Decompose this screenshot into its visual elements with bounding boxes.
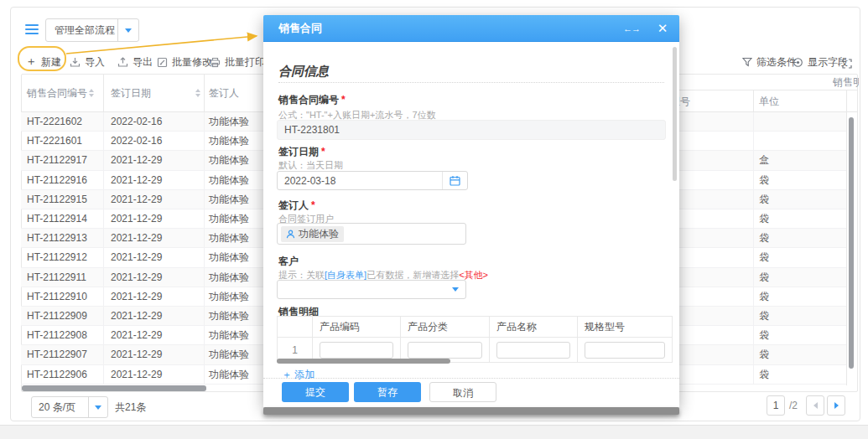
- required-asterisk: *: [311, 199, 315, 211]
- field-label-customer: 客户: [278, 255, 299, 269]
- filter-button[interactable]: 筛选条件: [742, 52, 797, 72]
- page-total: /2: [789, 395, 798, 416]
- cell-contract-no: HT-21122909: [27, 307, 87, 325]
- form-link[interactable]: [自身表单]: [325, 270, 366, 280]
- cell-contract-no: HT-21122914: [27, 209, 87, 228]
- divider: [753, 112, 754, 385]
- close-icon[interactable]: ✕: [654, 15, 671, 42]
- calendar-icon[interactable]: [443, 175, 467, 186]
- detail-table-header: 产品编码 产品分类 产品名称 规格型号: [278, 317, 672, 338]
- divider: [846, 90, 847, 385]
- divider: [103, 112, 104, 385]
- sort-icon[interactable]: [195, 89, 200, 97]
- batch-print-button[interactable]: 批量打印: [210, 52, 265, 72]
- cell-unit: 袋: [759, 190, 769, 209]
- fullscreen-icon[interactable]: [842, 54, 852, 74]
- cell-sign-date: 2021-12-29: [111, 171, 162, 189]
- signer-tag[interactable]: 功能体验: [281, 226, 344, 242]
- cell-sign-date: 2021-12-29: [111, 326, 162, 344]
- column-header-contract-no[interactable]: 销售合同编号: [27, 74, 87, 112]
- detail-col-product-code: 产品编码: [313, 317, 401, 337]
- batch-edit-button[interactable]: 批量修改: [157, 52, 212, 72]
- chevron-left-icon: [813, 402, 818, 409]
- new-button[interactable]: ＋ 新建: [25, 52, 61, 72]
- detail-cell: [578, 338, 672, 362]
- column-header-sign-date[interactable]: 签订日期: [111, 74, 151, 112]
- sign-date-value: 2022-03-18: [278, 175, 442, 187]
- add-row-link[interactable]: ＋ 添加: [282, 368, 314, 382]
- current-page: 1: [773, 400, 779, 411]
- sign-date-input[interactable]: 2022-03-18: [277, 171, 468, 190]
- modal-vertical-scrollbar[interactable]: [673, 47, 677, 181]
- current-page-box[interactable]: 1: [767, 395, 785, 416]
- menu-icon[interactable]: [25, 24, 39, 35]
- cell-sign-date: 2021-12-29: [111, 248, 162, 266]
- cell-sign-date: 2021-12-29: [111, 209, 162, 228]
- contract-no-input: HT-2231801: [277, 120, 666, 140]
- show-fields-button[interactable]: 显示字段: [793, 52, 848, 72]
- cancel-button[interactable]: 取消: [429, 382, 496, 402]
- batch-print-label: 批量打印: [225, 55, 265, 70]
- divider: [88, 397, 89, 417]
- product-category-input[interactable]: [408, 342, 482, 359]
- divider: [753, 90, 754, 112]
- product-code-input[interactable]: [320, 342, 393, 359]
- modal-horizontal-scrollbar[interactable]: [263, 407, 679, 415]
- screen: 管理全部流程 ＋ 新建 导入 导出 批量修改 批量打印 筛选条件 显示字段 销售…: [0, 0, 868, 439]
- submit-button[interactable]: 提交: [282, 382, 349, 402]
- detail-col-product-category: 产品分类: [401, 317, 490, 337]
- save-draft-button[interactable]: 暂存: [354, 382, 421, 402]
- cell-sign-date: 2021-12-29: [111, 365, 162, 384]
- column-header-signer[interactable]: 签订人: [209, 74, 239, 112]
- cell-sign-date: 2021-12-29: [111, 268, 162, 287]
- filter-icon: [742, 57, 752, 67]
- customer-select[interactable]: [277, 280, 466, 299]
- divider: [278, 82, 664, 83]
- export-button[interactable]: 导出: [117, 52, 153, 72]
- cell-signer: 功能体验: [209, 326, 249, 344]
- vertical-scrollbar[interactable]: [849, 117, 854, 369]
- detail-col-product-name: 产品名称: [490, 317, 578, 337]
- detail-col-spec: 规格型号: [578, 317, 672, 337]
- cell-sign-date: 2021-12-29: [111, 287, 162, 306]
- column-header-unit[interactable]: 单位: [759, 90, 779, 112]
- cell-sign-date: 2022-02-16: [111, 132, 162, 150]
- cell-sign-date: 2021-12-29: [111, 151, 162, 169]
- cell-signer: 功能体验: [209, 268, 249, 287]
- divider: [204, 74, 205, 112]
- modal-title-bar: 销售合同 ←→ ✕: [263, 15, 679, 42]
- prev-page-button[interactable]: [806, 395, 824, 416]
- cell-signer: 功能体验: [209, 365, 249, 384]
- next-page-button[interactable]: [827, 395, 845, 416]
- chevron-down-icon: [452, 287, 459, 292]
- cell-signer: 功能体验: [209, 345, 249, 364]
- edit-icon: [157, 57, 168, 68]
- cell-contract-no: HT-21122912: [27, 248, 87, 266]
- cell-contract-no: HT-21122908: [27, 326, 87, 344]
- horizontal-scrollbar[interactable]: [22, 385, 206, 391]
- cell-contract-no: HT-21122917: [27, 151, 87, 169]
- import-button[interactable]: 导入: [70, 52, 105, 72]
- spec-input[interactable]: [585, 342, 665, 359]
- modal-title: 销售合同: [278, 15, 322, 42]
- cell-sign-date: 2021-12-29: [111, 345, 162, 364]
- field-hint-sign-date: 默认：当天日期: [278, 159, 343, 172]
- cell-contract-no: HT-21122907: [27, 345, 87, 364]
- cell-signer: 功能体验: [209, 112, 249, 131]
- cell-unit: 袋: [759, 307, 769, 325]
- detail-cell: [490, 338, 578, 362]
- export-button-label: 导出: [133, 55, 153, 70]
- page-size-select[interactable]: 20 条/页: [31, 396, 108, 418]
- product-name-input[interactable]: [496, 342, 570, 359]
- divider: [117, 19, 118, 41]
- cell-sign-date: 2021-12-29: [111, 190, 162, 209]
- detail-col-index: [278, 317, 313, 337]
- cell-signer: 功能体验: [209, 287, 249, 306]
- sort-icon[interactable]: [89, 89, 94, 97]
- cell-unit: 盒: [759, 151, 769, 169]
- workflow-selector[interactable]: 管理全部流程: [45, 18, 139, 42]
- signer-input[interactable]: 功能体验: [277, 223, 466, 245]
- detail-horizontal-scrollbar[interactable]: [277, 359, 450, 364]
- expand-icon[interactable]: ←→: [621, 15, 642, 42]
- contract-no-value: HT-2231801: [278, 124, 340, 136]
